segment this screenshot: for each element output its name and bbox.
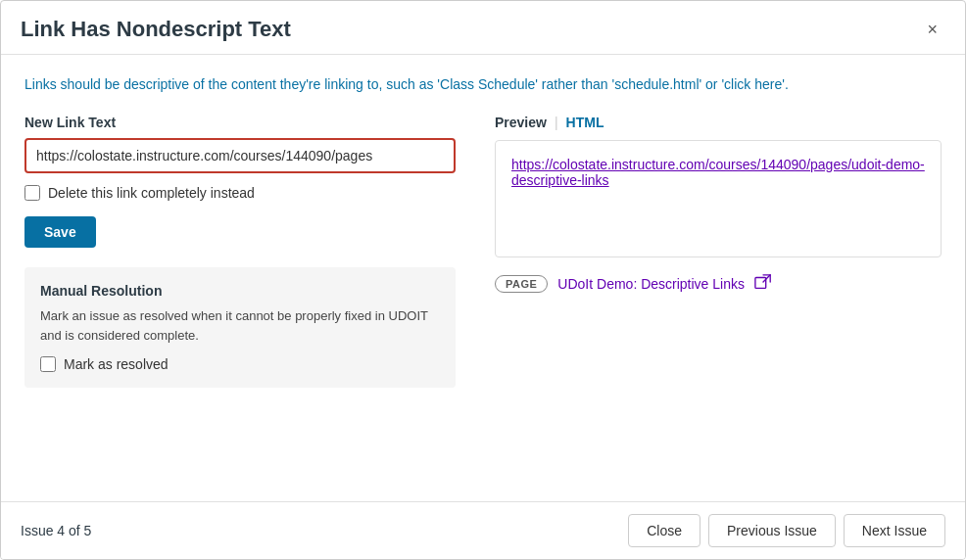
mark-resolved-label[interactable]: Mark as resolved <box>64 356 169 372</box>
manual-resolution-box: Manual Resolution Mark an issue as resol… <box>24 267 456 388</box>
close-icon-button[interactable]: × <box>919 17 945 42</box>
dialog-footer: Issue 4 of 5 Close Previous Issue Next I… <box>1 501 965 559</box>
delete-link-label[interactable]: Delete this link completely instead <box>48 185 255 201</box>
save-button[interactable]: Save <box>24 216 96 248</box>
dialog-title: Link Has Nondescript Text <box>21 17 291 42</box>
mark-resolved-checkbox[interactable] <box>40 356 56 372</box>
preview-box: https://colostate.instructure.com/course… <box>495 140 942 257</box>
footer-buttons: Close Previous Issue Next Issue <box>628 514 945 547</box>
description-text: Links should be descriptive of the conte… <box>24 74 942 95</box>
external-link-icon <box>754 273 772 295</box>
issue-count: Issue 4 of 5 <box>21 523 91 538</box>
page-badge: PAGE <box>495 275 548 293</box>
dialog-body: Links should be descriptive of the conte… <box>1 55 965 501</box>
html-tab-link[interactable]: HTML <box>566 115 604 130</box>
delete-link-checkbox[interactable] <box>24 185 40 201</box>
new-link-text-input[interactable] <box>24 138 456 173</box>
page-reference-row: PAGE UDoIt Demo: Descriptive Links <box>495 273 942 295</box>
manual-resolution-title: Manual Resolution <box>40 283 440 299</box>
dialog-container: Link Has Nondescript Text × Links should… <box>0 0 966 560</box>
svg-rect-0 <box>755 278 766 289</box>
close-button[interactable]: Close <box>628 514 700 547</box>
dialog-header: Link Has Nondescript Text × <box>1 1 965 55</box>
preview-link[interactable]: https://colostate.instructure.com/course… <box>511 157 925 188</box>
page-title-link[interactable]: UDoIt Demo: Descriptive Links <box>557 276 745 292</box>
delete-link-row: Delete this link completely instead <box>24 185 456 201</box>
two-column-layout: New Link Text Delete this link completel… <box>24 115 942 388</box>
left-column: New Link Text Delete this link completel… <box>24 115 456 388</box>
manual-resolution-description: Mark an issue as resolved when it cannot… <box>40 306 440 345</box>
preview-label: Preview <box>495 115 547 130</box>
preview-separator: | <box>555 115 558 130</box>
right-column: Preview | HTML https://colostate.instruc… <box>495 115 942 388</box>
preview-header: Preview | HTML <box>495 115 942 130</box>
next-issue-button[interactable]: Next Issue <box>844 514 945 547</box>
previous-issue-button[interactable]: Previous Issue <box>708 514 836 547</box>
new-link-text-label: New Link Text <box>24 115 456 130</box>
mark-resolved-row: Mark as resolved <box>40 356 440 372</box>
